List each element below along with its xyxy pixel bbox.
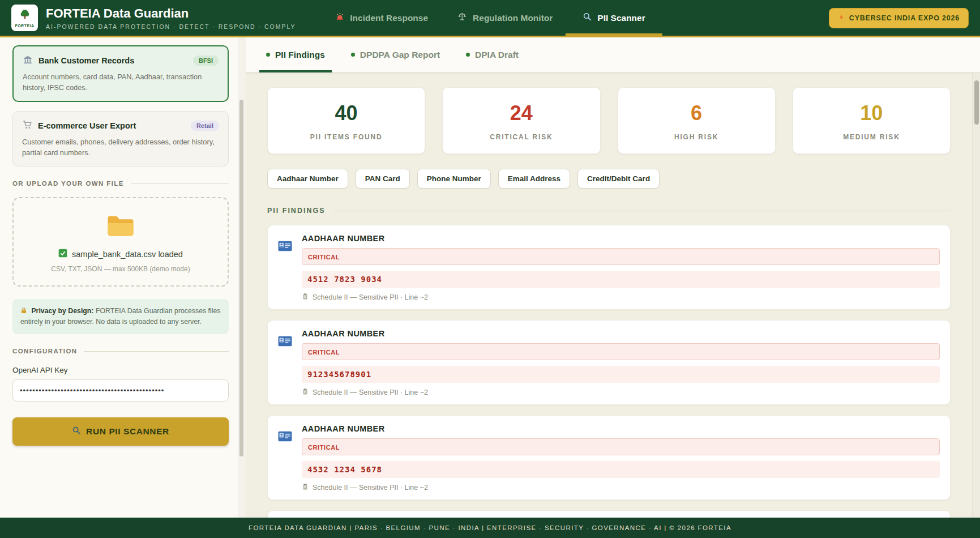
nav-label: Incident Response <box>350 13 428 23</box>
footer: FORTEIA DATA GUARDIAN | PARIS · BELGIUM … <box>0 518 980 538</box>
tree-icon <box>19 8 31 23</box>
lightning-icon <box>838 14 845 23</box>
tab-dot-icon <box>266 53 270 57</box>
header: FORTEIA FORTEIA Data Guardian AI-POWERED… <box>0 0 980 37</box>
stat-label: CRITICAL RISK <box>447 133 595 141</box>
magnifier-icon <box>72 426 81 437</box>
check-icon <box>58 249 67 259</box>
finding-type: AADHAAR NUMBER <box>302 234 940 243</box>
findings-content: 40 PII ITEMS FOUND 24 CRITICAL RISK 6 HI… <box>246 72 980 518</box>
tab-pii-findings[interactable]: PII Findings <box>266 37 325 72</box>
stats-row: 40 PII ITEMS FOUND 24 CRITICAL RISK 6 HI… <box>267 87 951 154</box>
brand-logo: FORTEIA <box>11 5 38 31</box>
tab-dpdpa-gap-report[interactable]: DPDPA Gap Report <box>351 37 440 72</box>
configuration-heading-label: CONFIGURATION <box>12 348 77 355</box>
upload-heading-label: OR UPLOAD YOUR OWN FILE <box>12 180 124 187</box>
footer-text: FORTEIA DATA GUARDIAN | PARIS · BELGIUM … <box>249 524 731 531</box>
finding-meta-row: Schedule II — Sensitive PII · Line ~2 <box>302 293 940 302</box>
filter-chip-email-address[interactable]: Email Address <box>498 169 570 189</box>
main-panel: PII Findings DPDPA Gap Report DPIA Draft… <box>246 37 980 518</box>
filter-chip-phone-number[interactable]: Phone Number <box>417 169 491 189</box>
filter-chip-aadhaar-number[interactable]: Aadhaar Number <box>267 169 348 189</box>
dataset-description: Account numbers, card data, PAN, Aadhaar… <box>23 72 219 93</box>
main-scrollbar-track[interactable] <box>972 72 980 518</box>
main-scrollbar-thumb[interactable] <box>974 80 979 125</box>
divider <box>333 211 951 211</box>
stat-value: 40 <box>272 101 420 125</box>
divider <box>131 183 229 184</box>
severity-badge: CRITICAL <box>308 254 340 261</box>
id-card-icon <box>278 329 294 397</box>
finding-meta-text: Schedule II — Sensitive PII · Line ~2 <box>313 293 428 301</box>
finding-card: AADHAAR NUMBER CRITICAL 4512 7823 9034 S… <box>267 225 951 310</box>
dataset-title: Bank Customer Records <box>38 56 187 65</box>
divider <box>84 351 229 352</box>
finding-value: 4532 1234 5678 <box>302 461 940 478</box>
brand-block: FORTEIA Data Guardian AI-POWERED DATA PR… <box>46 6 296 30</box>
upload-section-heading: OR UPLOAD YOUR OWN FILE <box>12 180 229 187</box>
sidebar-scrollbar-track[interactable] <box>238 37 246 518</box>
severity-badge: CRITICAL <box>308 444 340 451</box>
expo-badge[interactable]: CYBERSEC INDIA EXPO 2026 <box>829 8 969 28</box>
stat-value: 24 <box>447 101 595 125</box>
dataset-title: E-commerce User Export <box>38 121 185 130</box>
clipboard-icon <box>302 293 309 302</box>
lock-icon <box>20 307 31 315</box>
tab-label: DPIA Draft <box>475 50 519 60</box>
severity-badge: CRITICAL <box>308 349 340 356</box>
run-pii-scanner-button[interactable]: RUN PII SCANNER <box>12 417 229 446</box>
finding-value: 912345678901 <box>302 366 940 383</box>
clipboard-icon <box>302 483 309 492</box>
stat-label: PII ITEMS FOUND <box>272 133 420 141</box>
sidebar-scrollbar-thumb[interactable] <box>239 100 243 456</box>
finding-type: AADHAAR NUMBER <box>302 424 940 433</box>
upload-hint-text: CSV, TXT, JSON — max 500KB (demo mode) <box>23 265 219 273</box>
finding-card: AADHAAR NUMBER CRITICAL 912345678901 Sch… <box>267 320 951 405</box>
filter-chip-credit-debit-card[interactable]: Credit/Debit Card <box>577 169 660 189</box>
run-button-label: RUN PII SCANNER <box>86 426 169 437</box>
magnifier-icon <box>582 12 592 24</box>
app-title: FORTEIA Data Guardian <box>46 6 296 21</box>
cart-icon <box>22 119 32 132</box>
sidebar: Bank Customer Records BFSI Account numbe… <box>0 37 238 518</box>
stat-card-medium-risk: 10 MEDIUM RISK <box>793 87 951 154</box>
stat-card-high-risk: 6 HIGH RISK <box>618 87 776 154</box>
expo-badge-label: CYBERSEC INDIA EXPO 2026 <box>849 14 960 22</box>
id-card-icon <box>278 424 294 492</box>
stat-value: 10 <box>798 101 945 125</box>
nav-label: PII Scanner <box>597 13 645 23</box>
findings-heading-label: PII FINDINGS <box>267 207 325 215</box>
id-card-icon <box>278 234 294 302</box>
finding-type: AADHAAR NUMBER <box>302 329 940 338</box>
filter-chip-pan-card[interactable]: PAN Card <box>356 169 410 189</box>
tab-dpia-draft[interactable]: DPIA Draft <box>466 37 519 72</box>
dataset-card-ecommerce-user-export[interactable]: E-commerce User Export Retail Customer e… <box>12 111 229 166</box>
logo-wordmark: FORTEIA <box>15 24 34 28</box>
finding-card: AADHAAR NUMBER CRITICAL <box>267 510 951 518</box>
finding-meta-text: Schedule II — Sensitive PII · Line ~2 <box>313 388 428 396</box>
dataset-badge-retail: Retail <box>191 121 219 131</box>
nav-item-regulation-monitor[interactable]: Regulation Monitor <box>457 0 553 36</box>
api-key-input[interactable] <box>12 379 229 402</box>
tab-label: PII Findings <box>275 50 325 60</box>
stat-label: MEDIUM RISK <box>798 133 945 141</box>
finding-value: 4512 7823 9034 <box>302 271 940 288</box>
tab-label: DPDPA Gap Report <box>360 50 440 60</box>
tab-dot-icon <box>466 53 470 57</box>
configuration-section-heading: CONFIGURATION <box>12 348 229 355</box>
main-nav: Incident Response Regulation Monitor PII… <box>335 0 645 36</box>
folder-icon <box>105 230 136 240</box>
app-window: FORTEIA FORTEIA Data Guardian AI-POWERED… <box>0 0 980 538</box>
finding-card: AADHAAR NUMBER CRITICAL 4532 1234 5678 S… <box>267 415 951 500</box>
stat-card-pii-items-found: 40 PII ITEMS FOUND <box>267 87 425 154</box>
dataset-card-bank-customer-records[interactable]: Bank Customer Records BFSI Account numbe… <box>12 45 229 102</box>
privacy-title: Privacy by Design: <box>31 307 93 315</box>
nav-item-pii-scanner[interactable]: PII Scanner <box>582 0 645 36</box>
upload-status-text: sample_bank_data.csv loaded <box>72 250 183 259</box>
scales-icon <box>457 12 467 24</box>
file-upload-dropzone[interactable]: sample_bank_data.csv loaded CSV, TXT, JS… <box>12 197 229 287</box>
tab-dot-icon <box>351 53 355 57</box>
nav-item-incident-response[interactable]: Incident Response <box>335 0 428 36</box>
stat-label: HIGH RISK <box>623 133 771 141</box>
siren-icon <box>335 12 344 24</box>
